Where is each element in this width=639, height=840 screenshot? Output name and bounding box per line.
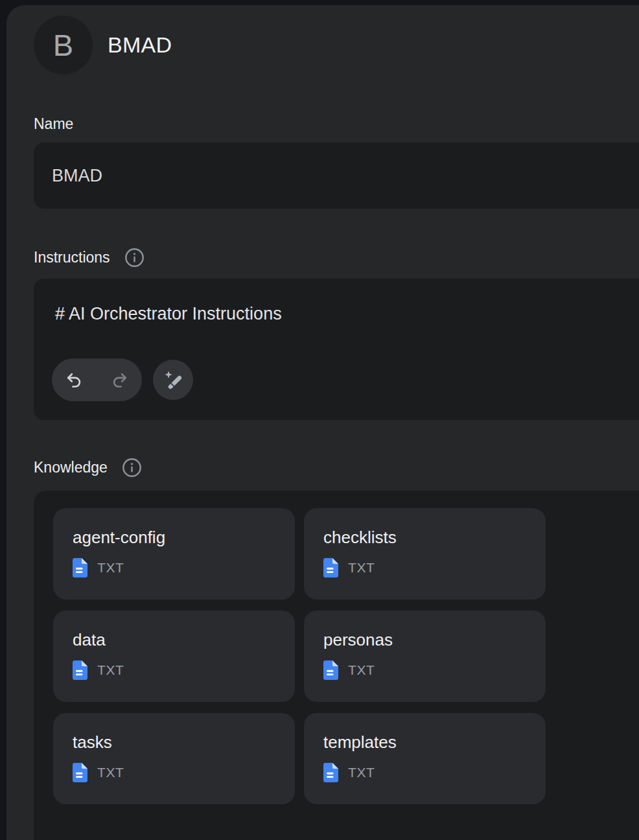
name-input-value: BMAD — [52, 166, 102, 186]
file-type-badge: TXT — [348, 560, 375, 576]
file-meta: TXT — [73, 763, 295, 782]
file-meta: TXT — [73, 660, 295, 680]
knowledge-file-card[interactable]: templates TXT — [304, 713, 546, 804]
file-meta: TXT — [73, 558, 295, 578]
file-meta: TXT — [323, 660, 546, 680]
instructions-label-row: Instructions — [34, 248, 639, 268]
file-name: templates — [323, 732, 546, 752]
gem-editor-viewport: B BMAD Name BMAD Instructions # AI Orche… — [0, 0, 639, 840]
undo-button[interactable] — [52, 358, 97, 401]
knowledge-file-card[interactable]: agent-config TXT — [53, 508, 295, 600]
text-document-icon — [323, 763, 338, 782]
knowledge-file-card[interactable]: data TXT — [53, 611, 295, 702]
knowledge-info-button[interactable] — [122, 458, 142, 478]
file-type-badge: TXT — [97, 560, 124, 576]
info-icon — [122, 458, 142, 478]
instructions-input[interactable]: # AI Orchestrator Instructions — [34, 279, 639, 420]
undo-icon — [64, 370, 84, 390]
avatar: B — [34, 16, 93, 75]
magic-pencil-icon — [162, 369, 184, 391]
undo-redo-group — [52, 358, 142, 401]
file-meta: TXT — [323, 558, 546, 578]
knowledge-file-card[interactable]: tasks TXT — [53, 713, 295, 804]
text-document-icon — [73, 558, 87, 578]
file-type-badge: TXT — [348, 662, 375, 678]
redo-icon — [110, 370, 130, 390]
file-type-badge: TXT — [97, 765, 124, 780]
text-document-icon — [323, 660, 338, 680]
name-label: Name — [34, 115, 639, 133]
file-name: personas — [323, 630, 546, 649]
file-name: tasks — [73, 732, 295, 752]
knowledge-container: agent-config TXT checklists TXT data — [34, 491, 639, 840]
file-meta: TXT — [323, 763, 546, 782]
text-document-icon — [73, 763, 87, 782]
instructions-info-button[interactable] — [124, 248, 145, 268]
instructions-toolbar — [52, 358, 193, 401]
text-document-icon — [73, 660, 87, 680]
instructions-text: # AI Orchestrator Instructions — [34, 279, 639, 325]
instructions-label: Instructions — [34, 248, 110, 268]
knowledge-label: Knowledge — [34, 458, 108, 478]
header: B BMAD — [34, 16, 639, 75]
avatar-letter: B — [53, 27, 73, 63]
name-input[interactable]: BMAD — [34, 143, 639, 209]
redo-button[interactable] — [97, 358, 143, 401]
knowledge-file-card[interactable]: checklists TXT — [304, 508, 546, 600]
rewrite-with-ai-button[interactable] — [153, 360, 193, 400]
info-icon — [124, 248, 145, 268]
file-type-badge: TXT — [348, 765, 375, 780]
knowledge-label-row: Knowledge — [34, 458, 639, 478]
file-name: data — [73, 630, 295, 649]
knowledge-file-grid: agent-config TXT checklists TXT data — [53, 508, 639, 804]
knowledge-file-card[interactable]: personas TXT — [304, 611, 546, 702]
page-title: BMAD — [108, 32, 172, 58]
file-name: checklists — [323, 528, 546, 547]
editor-panel: B BMAD Name BMAD Instructions # AI Orche… — [6, 5, 639, 840]
text-document-icon — [323, 558, 338, 578]
left-gutter — [0, 0, 6, 840]
file-type-badge: TXT — [97, 662, 124, 678]
file-name: agent-config — [73, 528, 295, 547]
